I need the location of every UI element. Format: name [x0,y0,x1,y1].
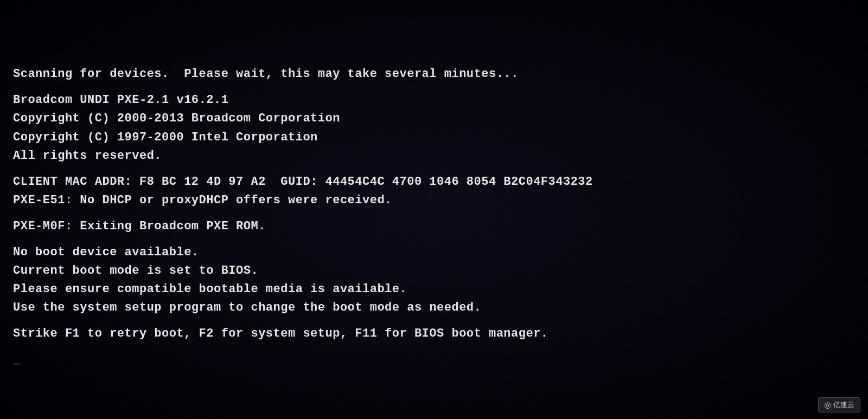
terminal-line-current-boot: Current boot mode is set to BIOS. [13,262,855,280]
terminal-line-use-system: Use the system setup program to change t… [13,299,855,317]
terminal-line-pxe-m0f: PXE-M0F: Exiting Broadcom PXE ROM. [13,217,855,236]
terminal-line-scanning: Scanning for devices. Please wait, this … [13,65,855,83]
terminal-line-strike-f1: Strike F1 to retry boot, F2 for system s… [13,325,855,343]
terminal-line-client-mac: CLIENT MAC ADDR: F8 BC 12 4D 97 A2 GUID:… [13,173,855,191]
terminal-line-copyright1: Copyright (C) 2000-2013 Broadcom Corpora… [13,109,855,128]
terminal-line-broadcom-undi: Broadcom UNDI PXE-2.1 v16.2.1 [13,91,855,109]
terminal-line-blank6 [13,344,855,351]
terminal-line-copyright2: Copyright (C) 1997-2000 Intel Corporatio… [13,128,855,147]
terminal-line-blank4 [13,236,855,243]
bios-screen: Scanning for devices. Please wait, this … [0,0,868,419]
terminal-line-blank1 [13,83,855,91]
terminal-line-rights: All rights reserved. [13,147,855,165]
terminal-line-no-boot: No boot device available. [13,243,855,262]
terminal-line-please-ensure: Please ensure compatible bootable media … [13,280,855,299]
terminal-line-blank5 [13,317,855,325]
terminal-output: Scanning for devices. Please wait, this … [13,10,855,370]
terminal-line-cursor: _ [13,351,855,370]
terminal-line-blank3 [13,210,855,217]
watermark-badge: ◎ 亿速云 [818,397,860,412]
watermark-icon: ◎ [824,400,831,410]
watermark-text: 亿速云 [833,400,854,410]
terminal-line-pxe-e51: PXE-E51: No DHCP or proxyDHCP offers wer… [13,191,855,210]
terminal-line-blank2 [13,165,855,173]
